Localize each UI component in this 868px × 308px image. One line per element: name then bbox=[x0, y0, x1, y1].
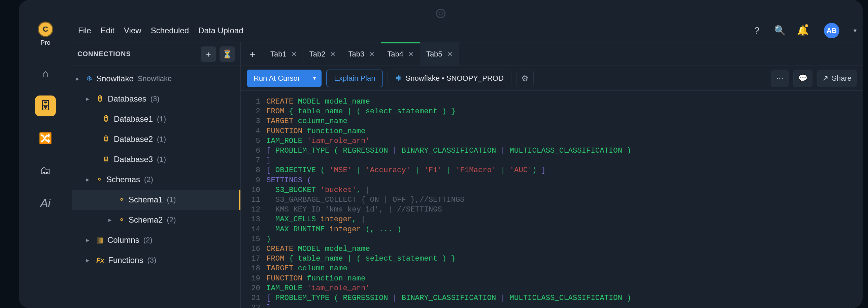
code-content[interactable]: MAX_RUNTIME integer (, ... ) bbox=[266, 225, 401, 234]
rail-folders[interactable]: 🗂 bbox=[35, 160, 56, 181]
tree-item-database2[interactable]: 🛢 Database2 (1) bbox=[72, 129, 240, 149]
code-content[interactable]: [ PROBLEM_TYPE ( REGRESSION | BINARY_CLA… bbox=[266, 293, 631, 303]
code-content[interactable]: CREATE MODEL model_name bbox=[266, 244, 370, 254]
close-icon[interactable]: ✕ bbox=[408, 50, 414, 58]
tree-item-database3[interactable]: 🛢 Database3 (1) bbox=[72, 149, 240, 169]
help-icon: ? bbox=[754, 25, 760, 36]
close-icon[interactable]: ✕ bbox=[369, 50, 375, 58]
share-button[interactable]: ↗Share bbox=[817, 70, 857, 87]
add-connection-button[interactable]: ＋ bbox=[201, 46, 216, 62]
tab-label: Tab3 bbox=[348, 50, 364, 59]
rail-ai[interactable]: Ai bbox=[35, 192, 56, 213]
folder-icon: 🗂 bbox=[40, 164, 51, 177]
line-number: 20 bbox=[241, 283, 266, 293]
tree-label: Functions bbox=[108, 255, 143, 265]
tree-item-schema2[interactable]: ▸ ⚬ Schema2 (2) bbox=[72, 210, 240, 230]
code-content[interactable]: IAM_ROLE 'iam_role_arn' bbox=[266, 283, 370, 293]
code-content[interactable]: SETTINGS ( bbox=[266, 175, 311, 185]
line-number: 9 bbox=[241, 175, 266, 185]
code-content[interactable]: KMS_KEY_ID 'kms_key_id', | //SETTINGS bbox=[266, 205, 442, 214]
tree-label: Snowflake bbox=[96, 74, 134, 83]
menu-view[interactable]: View bbox=[124, 26, 142, 35]
tab-tab4[interactable]: Tab4✕ bbox=[381, 42, 420, 66]
code-content[interactable]: IAM_ROLE 'iam_role_arn' bbox=[266, 136, 370, 146]
run-at-cursor-button[interactable]: Run At Cursor bbox=[247, 70, 307, 87]
tab-label: Tab5 bbox=[426, 50, 442, 59]
rail-database[interactable]: 🗄 bbox=[35, 96, 56, 116]
tree-label: Schema2 bbox=[129, 215, 163, 225]
tree-count: (1) bbox=[157, 135, 166, 144]
code-line: 18TARGET column_name bbox=[241, 264, 863, 273]
code-content[interactable]: FROM { table_name | ( select_statement )… bbox=[266, 254, 456, 264]
query-settings-button[interactable]: ⚙ bbox=[516, 70, 534, 87]
database-icon: 🛢 bbox=[96, 95, 104, 103]
code-content[interactable]: [ PROBLEM_TYPE ( REGRESSION | BINARY_CLA… bbox=[266, 146, 631, 156]
connection-label: Snowflake • SNOOPY_PROD bbox=[405, 74, 503, 83]
tab-tab3[interactable]: Tab3✕ bbox=[342, 42, 381, 66]
code-content[interactable]: TARGET column_name bbox=[266, 116, 347, 126]
code-content[interactable]: FROM { table_name | ( select_statement )… bbox=[266, 107, 456, 116]
menu-scheduled[interactable]: Scheduled bbox=[151, 26, 189, 35]
menubar: File Edit View Scheduled Data Upload ? 🔍… bbox=[72, 19, 863, 42]
code-line: 9SETTINGS ( bbox=[241, 175, 863, 185]
code-content[interactable]: TARGET column_name bbox=[266, 264, 347, 273]
menu-file[interactable]: File bbox=[78, 26, 91, 35]
rail-pipeline[interactable]: 🔀 bbox=[35, 128, 56, 149]
notifications-button[interactable]: 🔔 bbox=[797, 25, 808, 36]
tree-count: (2) bbox=[167, 215, 176, 224]
close-icon[interactable]: ✕ bbox=[447, 50, 453, 58]
new-tab-button[interactable]: ＋ bbox=[241, 42, 264, 66]
tree-root-snowflake[interactable]: ▸ ❄ Snowflake Snowflake bbox=[72, 69, 240, 89]
help-button[interactable]: ? bbox=[751, 25, 763, 36]
line-number: 7 bbox=[241, 156, 266, 165]
code-content[interactable]: FUNCTION function_name bbox=[266, 274, 365, 283]
code-content[interactable]: [ OBJECTIVE ( 'MSE' | 'Accuracy' | 'F1' … bbox=[266, 165, 546, 175]
avatar[interactable]: AB bbox=[824, 23, 839, 38]
tree-count: (1) bbox=[157, 155, 166, 164]
chevron-right-icon: ▸ bbox=[108, 216, 115, 224]
code-line: 1CREATE MODEL model_name bbox=[241, 97, 863, 107]
menu-edit[interactable]: Edit bbox=[101, 26, 115, 35]
tab-tab2[interactable]: Tab2✕ bbox=[303, 42, 342, 66]
code-content[interactable]: S3_BUCKET 'bucket', | bbox=[266, 185, 370, 195]
tree-group-columns[interactable]: ▸ ▥ Columns (2) bbox=[72, 230, 240, 250]
tab-tab5[interactable]: Tab5✕ bbox=[420, 42, 459, 66]
close-icon[interactable]: ✕ bbox=[330, 50, 336, 58]
menu-data-upload[interactable]: Data Upload bbox=[198, 26, 243, 35]
run-options-dropdown[interactable]: ▾ bbox=[307, 70, 321, 87]
rail-home[interactable]: ⌂ bbox=[35, 63, 56, 84]
code-content[interactable]: CREATE MODEL model_name bbox=[266, 97, 370, 107]
tree-group-databases[interactable]: ▸ 🛢 Databases (3) bbox=[72, 89, 240, 109]
plus-icon: ＋ bbox=[205, 49, 213, 60]
filter-connections-button[interactable]: ⏳ bbox=[219, 46, 235, 62]
code-content[interactable]: FUNCTION function_name bbox=[266, 127, 365, 136]
tree-item-schema1[interactable]: ⚬ Schema1 (1) bbox=[72, 190, 240, 210]
close-icon[interactable]: ✕ bbox=[291, 50, 297, 58]
connection-selector[interactable]: ❄ Snowflake • SNOOPY_PROD bbox=[388, 70, 511, 87]
tree-item-database1[interactable]: 🛢 Database1 (1) bbox=[72, 109, 240, 129]
avatar-menu-caret[interactable]: ▾ bbox=[854, 27, 857, 34]
database-icon: 🗄 bbox=[40, 100, 51, 112]
tree-group-functions[interactable]: ▸ Fx Functions (3) bbox=[72, 250, 240, 270]
code-line: 7] bbox=[241, 156, 863, 165]
code-editor[interactable]: 1CREATE MODEL model_name2FROM { table_na… bbox=[241, 91, 863, 308]
tree-label: Columns bbox=[107, 235, 140, 245]
code-content[interactable]: ] bbox=[266, 303, 271, 308]
line-number: 1 bbox=[241, 97, 266, 107]
search-button[interactable]: 🔍 bbox=[774, 25, 785, 36]
tree-group-schemas[interactable]: ▸ ⚬ Schemas (2) bbox=[72, 169, 240, 190]
code-content[interactable]: ) bbox=[266, 234, 271, 244]
code-content[interactable]: MAX_CELLS integer, | bbox=[266, 214, 365, 224]
more-options-button[interactable]: ⋯ bbox=[771, 70, 788, 87]
connections-panel: CONNECTIONS ＋ ⏳ ▸ ❄ Snowflake Snowflake … bbox=[72, 42, 241, 308]
filter-icon: ⏳ bbox=[222, 49, 232, 59]
code-line: 13 MAX_CELLS integer, | bbox=[241, 214, 863, 224]
tab-tab1[interactable]: Tab1✕ bbox=[264, 42, 303, 66]
code-content[interactable]: ] bbox=[266, 156, 271, 165]
connections-header: CONNECTIONS ＋ ⏳ bbox=[72, 42, 240, 66]
tree-count: (1) bbox=[167, 195, 176, 204]
code-content[interactable]: S3_GARBAGE_COLLECT { ON | OFF },//SETTIN… bbox=[266, 195, 465, 205]
comments-button[interactable]: 💬 bbox=[793, 70, 812, 87]
tree-label: Schemas bbox=[106, 175, 140, 184]
explain-plan-button[interactable]: Explain Plan bbox=[326, 70, 383, 87]
